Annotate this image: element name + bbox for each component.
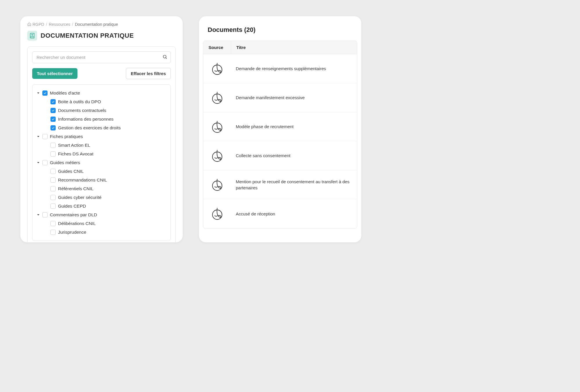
checkbox[interactable]: [50, 177, 56, 183]
search-wrap: [32, 51, 171, 63]
page-title: DOCUMENTATION PRATIQUE: [41, 32, 134, 39]
col-source[interactable]: Source: [203, 41, 231, 54]
documents-title: Documents (20): [199, 16, 361, 41]
tree-child[interactable]: Fiches DS Avocat: [35, 150, 168, 158]
checkbox[interactable]: [42, 160, 48, 165]
tree-child[interactable]: Jurisprudence: [35, 228, 168, 237]
clear-filters-button[interactable]: Effacer les filtres: [126, 68, 171, 79]
table-row[interactable]: Modèle phase de recrutement: [203, 112, 357, 141]
checkbox[interactable]: [50, 117, 56, 122]
documents-table: Source Titre Demande de renseignements s…: [203, 41, 357, 228]
cell-source: [203, 148, 231, 163]
documents-panel: Documents (20) Source Titre Demande de r…: [199, 16, 361, 242]
breadcrumb-current: Documentation pratique: [75, 22, 118, 27]
button-row: Tout sélectionner Effacer les filtres: [32, 68, 171, 79]
book-icon: [27, 31, 37, 41]
breadcrumb: RGPD / Ressources / Documentation pratiq…: [20, 16, 183, 27]
filter-tree: Modèles d'acte Boite à outils du DPO Doc…: [32, 84, 171, 241]
cell-source: [203, 206, 231, 221]
select-all-button[interactable]: Tout sélectionner: [32, 68, 77, 79]
tree-label: Fiches pratiques: [50, 134, 83, 139]
filter-area: Tout sélectionner Effacer les filtres Mo…: [27, 46, 176, 242]
table-body: Demande de renseignements supplémentaire…: [203, 54, 357, 228]
svg-point-0: [163, 55, 166, 58]
table-row[interactable]: Demande manifestement excessive: [203, 83, 357, 112]
cell-title: Demande manifestement excessive: [231, 89, 357, 106]
checkbox[interactable]: [50, 204, 56, 209]
breadcrumb-sep: /: [46, 22, 47, 27]
tree-label: Modèles d'acte: [50, 90, 80, 96]
breadcrumb-root[interactable]: RGPD: [27, 22, 44, 27]
tree-label: Smart Action EL: [58, 143, 90, 148]
tree-label: Gestion des exercices de droits: [58, 125, 121, 130]
checkbox[interactable]: [50, 125, 56, 130]
search-icon[interactable]: [162, 54, 167, 60]
tree-child[interactable]: Informations des personnes: [35, 115, 168, 124]
tree-parent[interactable]: Guides métiers: [35, 158, 168, 167]
tree-label: Boite à outils du DPO: [58, 99, 101, 104]
tree-child[interactable]: Guides CNIL: [35, 167, 168, 176]
checkbox[interactable]: [50, 151, 56, 157]
checkbox[interactable]: [50, 108, 56, 113]
tree-child[interactable]: Référentiels CNIL: [35, 184, 168, 193]
cell-source: [203, 90, 231, 105]
checkbox[interactable]: [42, 90, 48, 96]
cell-source: [203, 119, 231, 134]
tree-child[interactable]: Recommandations CNIL: [35, 176, 168, 184]
cell-source: [203, 61, 231, 76]
checkbox[interactable]: [50, 143, 56, 148]
tree-label: Référentiels CNIL: [58, 186, 93, 191]
tree-label: Recommandations CNIL: [58, 177, 107, 183]
breadcrumb-sep: /: [72, 22, 73, 27]
tree-label: Jurisprudence: [58, 230, 86, 235]
source-logo-icon: [210, 177, 225, 192]
checkbox[interactable]: [50, 186, 56, 191]
source-logo-icon: [210, 119, 225, 134]
tree-parent[interactable]: Commentaires par DLD: [35, 210, 168, 219]
tree-child[interactable]: Boite à outils du DPO: [35, 97, 168, 106]
checkbox[interactable]: [50, 195, 56, 200]
caret-icon[interactable]: [37, 91, 40, 95]
tree-label: Délibérations CNIL: [58, 221, 96, 226]
search-input[interactable]: [32, 51, 171, 63]
table-row[interactable]: Demande de renseignements supplémentaire…: [203, 54, 357, 83]
tree-label: Commentaires par DLD: [50, 212, 97, 217]
checkbox[interactable]: [42, 212, 48, 217]
tree-child[interactable]: Délibérations CNIL: [35, 219, 168, 228]
source-logo-icon: [210, 206, 225, 221]
tree-child[interactable]: Documents contractuels: [35, 106, 168, 115]
tree-label: Fiches DS Avocat: [58, 151, 93, 157]
caret-icon[interactable]: [37, 135, 40, 138]
tree-label: Guides cyber sécurité: [58, 195, 102, 200]
table-row[interactable]: Mention pour le recueil de consentement …: [203, 170, 357, 199]
caret-icon[interactable]: [37, 213, 40, 217]
checkbox[interactable]: [50, 99, 56, 104]
checkbox[interactable]: [50, 221, 56, 226]
cell-title: Modèle phase de recrutement: [231, 118, 357, 135]
table-row[interactable]: Accusé de réception: [203, 199, 357, 228]
checkbox[interactable]: [50, 230, 56, 235]
tree-child[interactable]: Gestion des exercices de droits: [35, 124, 168, 132]
tree-parent[interactable]: Modèles d'acte: [35, 89, 168, 97]
col-title[interactable]: Titre: [231, 41, 251, 54]
tree-child[interactable]: Guides CEPD: [35, 202, 168, 210]
cell-title: Mention pour le recueil de consentement …: [231, 173, 357, 196]
tree-label: Guides CEPD: [58, 204, 86, 209]
source-logo-icon: [210, 90, 225, 105]
checkbox[interactable]: [42, 134, 48, 139]
caret-icon[interactable]: [37, 161, 40, 164]
table-row[interactable]: Collecte sans consentement: [203, 141, 357, 170]
source-logo-icon: [210, 148, 225, 163]
table-header: Source Titre: [203, 41, 357, 54]
cell-title: Demande de renseignements supplémentaire…: [231, 60, 357, 77]
tree-parent[interactable]: Fiches pratiques: [35, 132, 168, 141]
breadcrumb-mid[interactable]: Ressources: [49, 22, 70, 27]
cell-title: Accusé de réception: [231, 206, 357, 222]
tree-child[interactable]: Smart Action EL: [35, 141, 168, 150]
home-icon: [27, 22, 31, 26]
tree-label: Informations des personnes: [58, 117, 113, 122]
tree-child[interactable]: Guides cyber sécurité: [35, 193, 168, 202]
page-title-row: DOCUMENTATION PRATIQUE: [20, 27, 183, 46]
checkbox[interactable]: [50, 169, 56, 174]
breadcrumb-root-label: RGPD: [32, 22, 44, 27]
